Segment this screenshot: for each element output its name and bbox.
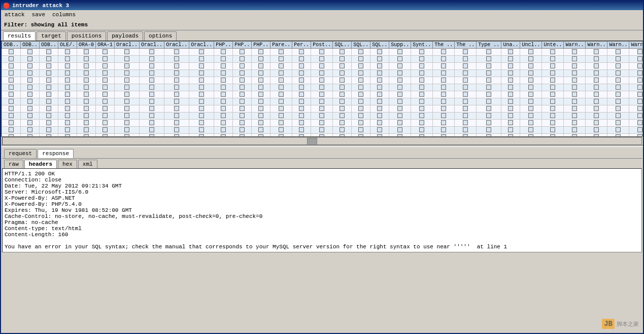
col-ole[interactable]: OLE/. [58, 42, 77, 49]
response-body: You have an error in your SQL syntax; ch… [5, 244, 639, 250]
table-row[interactable]: ✓✓✓✓✓ [2, 63, 643, 70]
col-warn1[interactable]: Warn.. [564, 42, 586, 49]
filter-label: Filter: [4, 22, 27, 28]
horizontal-scrollbar[interactable] [2, 137, 642, 145]
sub-tab-bar: raw headers hex xml [2, 158, 642, 168]
col-una[interactable]: Una.. [501, 42, 520, 49]
subtab-raw[interactable]: raw [4, 160, 23, 168]
results-area[interactable]: ODB.. ODB.. ODB.. OLE/. ORA-0 ORA-1 Orac… [1, 41, 643, 137]
col-type[interactable]: Type .. [477, 42, 501, 49]
tab-request[interactable]: request [4, 149, 37, 158]
col-sql2[interactable]: SQL.. [352, 42, 370, 49]
watermark-text: 脚本之家 [617, 320, 639, 328]
col-odb2[interactable]: ODB.. [21, 42, 40, 49]
menu-bar: attack save columns [1, 10, 643, 19]
col-oracl3[interactable]: Oracl.. [164, 42, 189, 49]
col-ora1[interactable]: ORA-1 [96, 42, 115, 49]
table-row[interactable]: ✓✓✓✓✓ [2, 84, 643, 91]
col-warn2[interactable]: Warn.. [586, 42, 607, 49]
col-post[interactable]: Post.. [311, 42, 333, 49]
col-warn3[interactable]: Warn.. [607, 42, 629, 49]
table-row[interactable]: ✓✓✓✓✓ [2, 91, 643, 98]
table-row[interactable]: ✓✓✓✓✓ [2, 127, 643, 134]
menu-save[interactable]: save [30, 11, 47, 18]
subtab-headers[interactable]: headers [24, 160, 57, 168]
table-row[interactable]: ✓✓✓✓✓ [2, 98, 643, 105]
col-php3[interactable]: PHP.. [252, 42, 270, 49]
table-row[interactable]: ✓✓✓✓✓ [2, 120, 643, 127]
col-supp[interactable]: Supp.. [389, 42, 411, 49]
col-synt[interactable]: Synt.. [411, 42, 433, 49]
table-row[interactable]: ✓✓✓✓✓ [2, 77, 643, 84]
col-uncl[interactable]: Uncl.. [520, 42, 542, 49]
filter-value: showing all items [31, 22, 88, 28]
watermark-logo: JB [602, 319, 615, 329]
title-bar: 🔴 intruder attack 3 [1, 1, 643, 10]
col-unte[interactable]: Unte.. [542, 42, 564, 49]
col-php2[interactable]: PHP.. [233, 42, 252, 49]
tab-results[interactable]: results [3, 31, 36, 41]
title-text: intruder attack 3 [12, 3, 69, 9]
table-row[interactable]: ✓✓✓✓✓ [2, 49, 643, 56]
response-headers: HTTP/1.1 200 OK Connection: close Date: … [5, 171, 639, 238]
results-tbody: ✓✓✓✓✓✓✓✓✓✓✓✓✓✓✓✓✓✓✓✓✓✓✓✓✓✓✓✓✓✓✓✓✓✓✓✓✓✓✓✓… [2, 49, 643, 137]
tab-payloads[interactable]: payloads [107, 31, 143, 41]
table-row[interactable]: ✓✓✓✓✓ [2, 56, 643, 63]
col-pare[interactable]: Pare.. [270, 42, 292, 49]
col-php1[interactable]: PHP.. [214, 42, 233, 49]
req-resp-tab-bar: request response [2, 148, 642, 158]
tab-response[interactable]: response [38, 149, 74, 158]
col-oracl2[interactable]: Oracl.. [140, 42, 164, 49]
col-the2[interactable]: The .. [455, 42, 477, 49]
filter-bar: Filter: showing all items [1, 19, 643, 30]
col-sql1[interactable]: SQL.. [333, 42, 352, 49]
col-per[interactable]: Per.. [292, 42, 311, 49]
main-window: 🔴 intruder attack 3 attack save columns … [0, 0, 644, 334]
table-row[interactable]: ✓✓✓✓✓ [2, 70, 643, 77]
response-content: HTTP/1.1 200 OK Connection: close Date: … [2, 168, 642, 252]
subtab-xml[interactable]: xml [78, 160, 97, 168]
col-ora0[interactable]: ORA-0 [77, 42, 96, 49]
col-the1[interactable]: The .. [433, 42, 455, 49]
col-oracl1[interactable]: Oracl.. [115, 42, 140, 49]
table-row[interactable]: ✓✓✓✓✓ [2, 105, 643, 113]
col-sql3[interactable]: SQL.. [370, 42, 389, 49]
scroll-thumb[interactable] [307, 138, 317, 145]
menu-columns[interactable]: columns [51, 11, 77, 18]
menu-attack[interactable]: attack [3, 11, 26, 18]
col-odb3[interactable]: ODB.. [40, 42, 58, 49]
request-response-section: request response raw headers hex xml HTT… [2, 147, 642, 252]
app-icon: 🔴 [3, 3, 10, 9]
col-oracl4[interactable]: Oracl.. [189, 42, 214, 49]
tab-target[interactable]: target [37, 31, 66, 41]
col-odb1[interactable]: ODB.. [2, 42, 21, 49]
tab-positions[interactable]: positions [67, 31, 106, 41]
col-warn4[interactable]: Warn.. [629, 42, 643, 49]
subtab-hex[interactable]: hex [58, 160, 77, 168]
results-table: ODB.. ODB.. ODB.. OLE/. ORA-0 ORA-1 Orac… [2, 41, 643, 137]
top-tab-bar: results target positions payloads option… [1, 30, 643, 41]
tab-options[interactable]: options [144, 31, 177, 41]
table-row[interactable]: ✓✓✓✓✓ [2, 113, 643, 120]
watermark: JB 脚本之家 [602, 319, 639, 329]
